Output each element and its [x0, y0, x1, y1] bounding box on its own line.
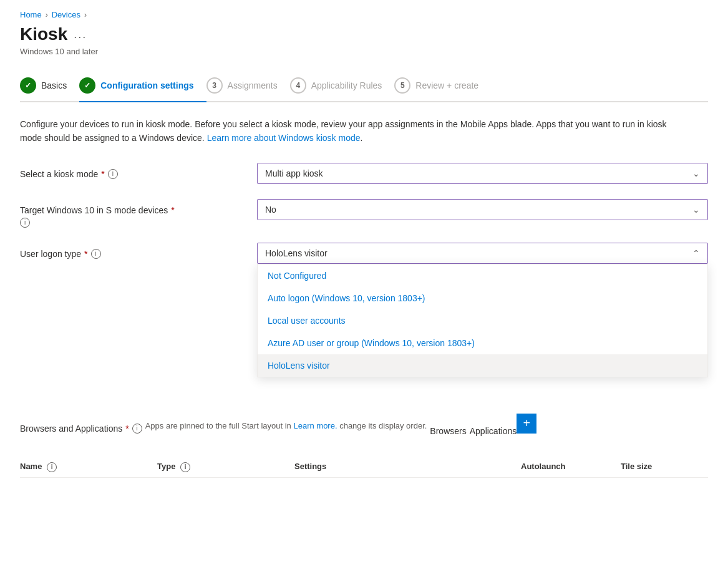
target-windows-label: Target Windows 10 in S mode devices *: [20, 199, 257, 215]
step-review-circle: 5: [394, 77, 410, 94]
breadcrumb-sep-1: ›: [46, 11, 48, 19]
browsers-apps-desc-text2: change its display order.: [339, 421, 427, 430]
browsers-apps-desc-text1: Apps are pinned to the full Start layout…: [145, 421, 291, 430]
kiosk-mode-dropdown[interactable]: Multi app kiosk ⌄: [257, 163, 708, 184]
target-windows-info-icon[interactable]: i: [20, 218, 30, 228]
breadcrumb-sep-2: ›: [84, 11, 87, 19]
browsers-apps-label: Browsers and Applications * i: [20, 424, 142, 434]
browsers-apps-control: +: [517, 414, 708, 434]
kiosk-mode-required: *: [101, 169, 104, 179]
breadcrumb: Home › Devices ›: [20, 10, 708, 19]
target-windows-control: No ⌄: [257, 199, 708, 220]
browsers-apps-label-wrap: Browsers and Applications * i Apps are p…: [20, 414, 517, 442]
wizard-steps: ✓ Basics ✓ Configuration settings 3 Assi…: [20, 71, 708, 102]
col-autolaunch-label: Autolaunch: [521, 462, 566, 471]
kiosk-mode-field: Select a kiosk mode * i Multi app kiosk …: [20, 163, 708, 184]
kiosk-mode-chevron-down-icon: ⌄: [692, 168, 700, 178]
applications-subitem: Applications: [470, 421, 517, 441]
step-applicability-number: 4: [296, 81, 300, 90]
user-logon-dropdown[interactable]: HoloLens visitor ⌃: [257, 243, 708, 264]
table-header: Name i Type i Settings Autolaunch Tile s…: [20, 457, 708, 478]
col-name-label: Name: [20, 462, 42, 471]
option-auto-logon[interactable]: Auto logon (Windows 10, version 1803+): [258, 287, 707, 309]
add-button[interactable]: +: [517, 414, 536, 434]
learn-more-link[interactable]: Learn more about Windows kiosk mode: [207, 133, 361, 143]
browsers-apps-field: Browsers and Applications * i Apps are p…: [20, 414, 708, 442]
step-applicability-circle: 4: [290, 77, 306, 94]
col-settings-header: Settings: [294, 462, 521, 472]
step-config-label: Configuration settings: [100, 80, 193, 90]
col-settings-label: Settings: [294, 462, 326, 471]
user-logon-value: HoloLens visitor: [265, 248, 328, 258]
option-local-user[interactable]: Local user accounts: [258, 309, 707, 332]
user-logon-required: *: [84, 249, 87, 259]
target-windows-label-text: Target Windows 10 in S mode devices: [20, 205, 168, 215]
step-assignments-label: Assignments: [228, 80, 278, 90]
browsers-apps-section: Browsers and Applications * i Apps are p…: [20, 414, 708, 478]
target-windows-sub: i: [20, 218, 257, 228]
col-autolaunch-header: Autolaunch: [521, 462, 621, 472]
page-menu-button[interactable]: ...: [74, 28, 87, 41]
target-windows-required: *: [171, 205, 174, 215]
user-logon-label: User logon type * i: [20, 243, 257, 259]
step-basics-label: Basics: [41, 80, 67, 90]
step-applicability-label: Applicability Rules: [311, 80, 382, 90]
applications-label: Applications: [470, 426, 517, 436]
browsers-label: Browsers: [430, 426, 466, 436]
page-title-row: Kiosk ...: [20, 24, 708, 44]
col-name-header: Name i: [20, 462, 157, 472]
target-windows-dropdown[interactable]: No ⌄: [257, 199, 708, 220]
kiosk-mode-value: Multi app kiosk: [265, 168, 323, 178]
step-assignments-circle: 3: [206, 77, 223, 94]
breadcrumb-home[interactable]: Home: [20, 10, 42, 19]
kiosk-mode-label: Select a kiosk mode * i: [20, 163, 257, 179]
option-hololens[interactable]: HoloLens visitor: [258, 354, 707, 377]
step-review-number: 5: [400, 81, 405, 90]
browsers-apps-label-text: Browsers and Applications: [20, 424, 122, 434]
option-azure-ad[interactable]: Azure AD user or group (Windows 10, vers…: [258, 332, 707, 354]
step-config[interactable]: ✓ Configuration settings: [79, 71, 206, 102]
user-logon-label-text: User logon type: [20, 249, 81, 259]
kiosk-mode-label-text: Select a kiosk mode: [20, 169, 98, 179]
step-config-circle: ✓: [79, 77, 95, 94]
col-type-label: Type: [157, 462, 175, 471]
step-basics[interactable]: ✓ Basics: [20, 71, 79, 101]
step-review-label: Review + create: [415, 80, 478, 90]
user-logon-chevron-up-icon: ⌃: [692, 248, 700, 258]
col-tilesize-label: Tile size: [621, 462, 652, 471]
browsers-apps-learn-more[interactable]: Learn more.: [293, 421, 337, 430]
browsers-apps-desc: Apps are pinned to the full Start layout…: [145, 420, 427, 432]
kiosk-mode-info-icon[interactable]: i: [108, 169, 118, 179]
step-basics-circle: ✓: [20, 77, 36, 94]
browsers-apps-info-icon[interactable]: i: [132, 424, 142, 434]
kiosk-mode-control: Multi app kiosk ⌄: [257, 163, 708, 184]
col-tilesize-header: Tile size: [621, 462, 708, 472]
config-description: Configure your devices to run in kiosk m…: [20, 117, 675, 145]
breadcrumb-devices[interactable]: Devices: [52, 10, 80, 19]
step-assignments[interactable]: 3 Assignments: [206, 71, 290, 101]
user-logon-info-icon[interactable]: i: [91, 249, 101, 259]
step-applicability[interactable]: 4 Applicability Rules: [290, 71, 395, 101]
target-windows-label-wrap: Target Windows 10 in S mode devices * i: [20, 199, 257, 228]
browsers-subitem: Browsers: [430, 421, 466, 441]
col-name-info-icon[interactable]: i: [47, 462, 57, 472]
add-icon: +: [523, 416, 530, 430]
option-not-configured[interactable]: Not Configured: [258, 264, 707, 287]
step-basics-check: ✓: [25, 81, 31, 90]
user-logon-field: User logon type * i HoloLens visitor ⌃ N…: [20, 243, 708, 264]
user-logon-control: HoloLens visitor ⌃ Not Configured Auto l…: [257, 243, 708, 264]
page-subtitle: Windows 10 and later: [20, 47, 708, 56]
browsers-apps-required: *: [125, 424, 129, 434]
target-windows-value: No: [265, 205, 276, 215]
user-logon-menu: Not Configured Auto logon (Windows 10, v…: [257, 264, 708, 377]
step-assignments-number: 3: [212, 81, 216, 90]
target-windows-chevron-down-icon: ⌄: [692, 205, 700, 215]
page-title: Kiosk: [20, 24, 67, 44]
step-config-check: ✓: [84, 81, 90, 90]
col-type-info-icon[interactable]: i: [180, 462, 190, 472]
col-type-header: Type i: [157, 462, 294, 472]
target-windows-field: Target Windows 10 in S mode devices * i …: [20, 199, 708, 228]
description-period: .: [361, 133, 363, 143]
step-review[interactable]: 5 Review + create: [394, 71, 491, 101]
